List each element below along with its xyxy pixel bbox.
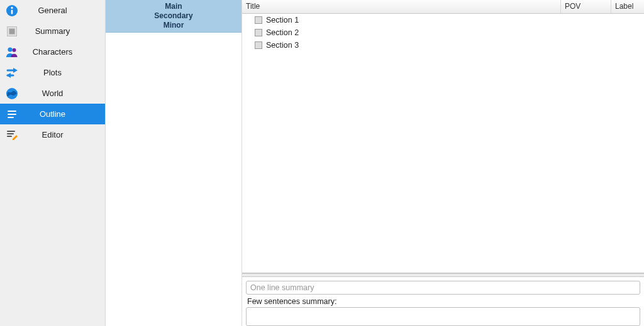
category-panel: Main Secondary Minor (106, 0, 242, 326)
one-line-summary-input[interactable] (246, 281, 640, 295)
category-minor: Minor (106, 21, 242, 30)
nav-item-plots[interactable]: Plots (0, 62, 105, 83)
left-nav: General Summary Characters Plots World (0, 0, 106, 326)
few-sentences-summary-input[interactable] (246, 307, 640, 326)
tree-body[interactable]: Section 1 Section 2 Section 3 (242, 14, 644, 273)
tree-row[interactable]: Section 3 (242, 39, 644, 52)
svg-point-6 (13, 48, 16, 52)
nav-label-characters: Characters (19, 47, 105, 57)
nav-item-characters[interactable]: Characters (0, 41, 105, 62)
document-icon (255, 16, 262, 24)
nav-item-general[interactable]: General (0, 0, 105, 21)
svg-rect-1 (11, 9, 13, 14)
tree-row-title: Section 3 (266, 41, 299, 50)
svg-point-5 (8, 47, 12, 52)
info-icon (5, 4, 19, 18)
tree-row-title: Section 2 (266, 28, 299, 37)
svg-point-2 (11, 6, 13, 8)
nav-label-outline: Outline (19, 109, 105, 119)
column-label[interactable]: Label (611, 0, 644, 13)
editor-icon (5, 128, 19, 142)
tree-row[interactable]: Section 2 (242, 26, 644, 39)
summary-icon (5, 24, 19, 38)
category-main: Main (106, 2, 242, 11)
document-icon (255, 41, 262, 49)
nav-label-summary: Summary (19, 26, 105, 36)
tree-row-title: Section 1 (266, 16, 299, 24)
world-icon (5, 87, 19, 101)
category-header[interactable]: Main Secondary Minor (106, 0, 242, 33)
few-sentences-label: Few sentences summary: (247, 297, 640, 306)
nav-label-editor: Editor (19, 130, 105, 139)
nav-item-outline[interactable]: Outline (0, 104, 105, 124)
nav-label-world: World (19, 89, 105, 98)
column-title[interactable]: Title (242, 0, 561, 13)
nav-item-editor[interactable]: Editor (0, 124, 105, 145)
svg-rect-4 (9, 28, 15, 34)
category-secondary: Secondary (106, 11, 242, 21)
column-pov[interactable]: POV (561, 0, 611, 13)
nav-item-world[interactable]: World (0, 83, 105, 104)
app-root: General Summary Characters Plots World (0, 0, 644, 326)
plots-icon (5, 66, 19, 80)
outline-icon (5, 107, 19, 121)
nav-label-general: General (19, 6, 105, 15)
characters-icon (5, 45, 19, 59)
main-area: Title POV Label Section 1 Section 2 Sect… (242, 0, 644, 326)
document-icon (255, 29, 262, 36)
summary-pane: Few sentences summary: (242, 277, 644, 326)
nav-label-plots: Plots (19, 68, 105, 77)
tree-header: Title POV Label (242, 0, 644, 14)
tree-row[interactable]: Section 1 (242, 14, 644, 26)
nav-item-summary[interactable]: Summary (0, 21, 105, 41)
